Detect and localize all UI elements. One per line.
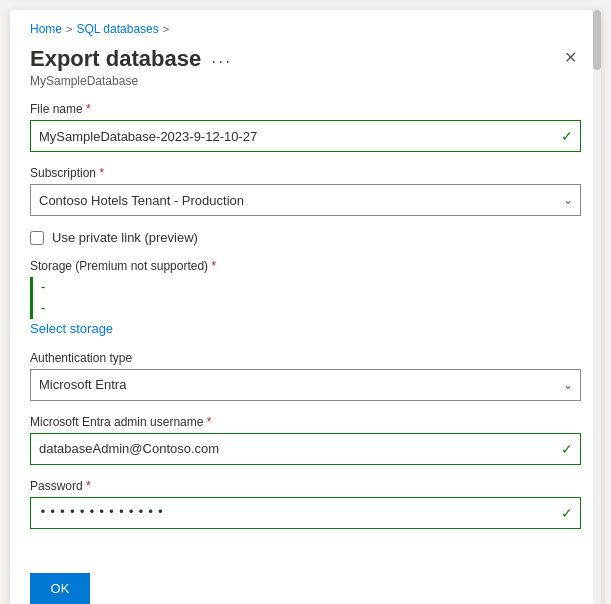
private-link-row: Use private link (preview) bbox=[30, 230, 581, 245]
file-name-required: * bbox=[86, 102, 91, 116]
scrollbar[interactable] bbox=[593, 10, 601, 604]
panel-header: Export database ··· ✕ bbox=[10, 42, 601, 72]
admin-username-input-wrapper: ✓ bbox=[30, 433, 581, 465]
file-name-input-wrapper: ✓ bbox=[30, 120, 581, 152]
auth-type-select[interactable]: Microsoft Entra bbox=[30, 369, 581, 401]
admin-username-input[interactable] bbox=[30, 433, 581, 465]
breadcrumb-sep2: > bbox=[163, 23, 169, 35]
password-required: * bbox=[86, 479, 91, 493]
file-name-input[interactable] bbox=[30, 120, 581, 152]
private-link-checkbox[interactable] bbox=[30, 231, 44, 245]
storage-required: * bbox=[211, 259, 216, 273]
private-link-label: Use private link (preview) bbox=[52, 230, 198, 245]
subscription-select[interactable]: Contoso Hotels Tenant - Production bbox=[30, 184, 581, 216]
auth-type-group: Authentication type Microsoft Entra ⌄ bbox=[30, 351, 581, 401]
breadcrumb-sql-databases[interactable]: SQL databases bbox=[76, 22, 158, 36]
subscription-required: * bbox=[99, 166, 104, 180]
admin-username-group: Microsoft Entra admin username * ✓ bbox=[30, 415, 581, 465]
password-input-wrapper: ✓ bbox=[30, 497, 581, 529]
select-storage-link[interactable]: Select storage bbox=[30, 321, 113, 336]
storage-label: Storage (Premium not supported) * bbox=[30, 259, 581, 273]
breadcrumb: Home > SQL databases > bbox=[10, 10, 601, 42]
storage-item-1: - bbox=[41, 277, 581, 298]
auth-type-label: Authentication type bbox=[30, 351, 581, 365]
page-title: Export database bbox=[30, 46, 201, 72]
panel-footer: OK bbox=[10, 563, 601, 604]
more-options-icon[interactable]: ··· bbox=[211, 51, 232, 72]
file-name-label: File name * bbox=[30, 102, 581, 116]
ok-button[interactable]: OK bbox=[30, 573, 90, 604]
storage-item-2: - bbox=[41, 298, 581, 319]
export-database-panel: Home > SQL databases > Export database ·… bbox=[10, 10, 601, 604]
subscription-select-wrapper: Contoso Hotels Tenant - Production ⌄ bbox=[30, 184, 581, 216]
storage-items: - - bbox=[30, 277, 581, 319]
file-name-group: File name * ✓ bbox=[30, 102, 581, 152]
password-label: Password * bbox=[30, 479, 581, 493]
subscription-label: Subscription * bbox=[30, 166, 581, 180]
panel-subtitle: MySampleDatabase bbox=[10, 72, 601, 102]
form-body: File name * ✓ Subscription * Contoso Hot… bbox=[10, 102, 601, 563]
close-button[interactable]: ✕ bbox=[560, 46, 581, 70]
storage-group: Storage (Premium not supported) * - - Se… bbox=[30, 259, 581, 337]
header-left: Export database ··· bbox=[30, 46, 232, 72]
breadcrumb-sep1: > bbox=[66, 23, 72, 35]
password-group: Password * ✓ bbox=[30, 479, 581, 529]
admin-username-required: * bbox=[207, 415, 212, 429]
subscription-group: Subscription * Contoso Hotels Tenant - P… bbox=[30, 166, 581, 216]
breadcrumb-home[interactable]: Home bbox=[30, 22, 62, 36]
auth-type-select-wrapper: Microsoft Entra ⌄ bbox=[30, 369, 581, 401]
scrollbar-thumb[interactable] bbox=[593, 10, 601, 70]
password-input[interactable] bbox=[30, 497, 581, 529]
admin-username-label: Microsoft Entra admin username * bbox=[30, 415, 581, 429]
